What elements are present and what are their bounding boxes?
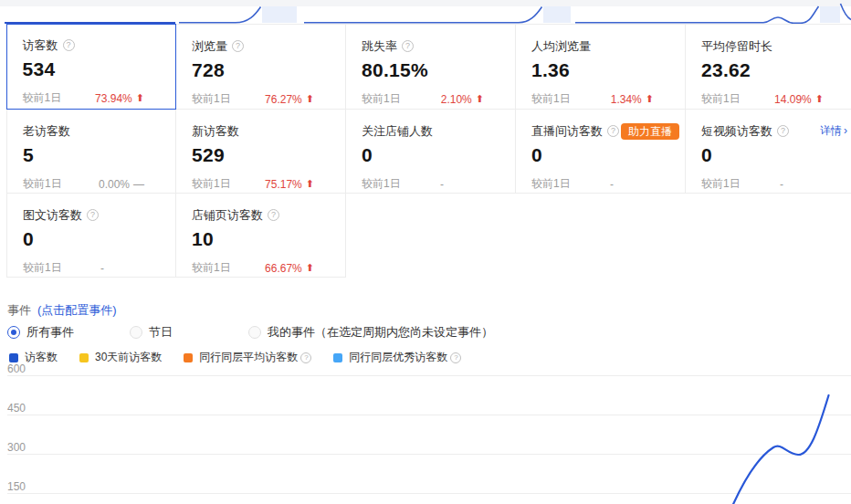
metric-card-new-visitors[interactable]: 新访客数 529 较前1日 75.17% ⬆ [176, 110, 346, 194]
ytick-150: 150 [7, 480, 26, 493]
metric-card-shop-page-visitors[interactable]: 店铺页访客数 ? 10 较前1日 66.67% ⬆ [176, 194, 346, 278]
ytick-600: 600 [7, 363, 26, 375]
info-icon[interactable]: ? [777, 125, 789, 137]
metric-card-returning-visitors[interactable]: 老访客数 5 较前1日 0.00% — [6, 110, 176, 194]
events-label: 事件 [7, 302, 31, 319]
metric-value: 0 [23, 228, 168, 250]
metric-title-row: 平均停留时长 [701, 39, 847, 53]
info-icon[interactable]: ? [268, 209, 279, 221]
ytick-300: 300 [7, 441, 26, 454]
metric-compare-row: 较前1日 2.10% ⬆ [362, 91, 508, 107]
metric-card-shop-followers[interactable]: 关注店铺人数 0 较前1日 - [346, 110, 516, 194]
radio-selected-icon [7, 326, 20, 339]
radio-label: 节日 [149, 324, 173, 341]
metric-value: 0 [531, 144, 678, 166]
compare-label: 较前1日 [362, 176, 401, 192]
metric-title: 短视频访客数 [701, 123, 772, 140]
info-icon[interactable]: ? [300, 352, 311, 363]
events-section: 事件 (点击配置事件) 所有事件 节日 我的事件（在选定周期内您尚未设定事件） [7, 302, 555, 341]
trend-chart-svg: 600 450 300 150 [0, 363, 851, 504]
legend-swatch-orange [184, 353, 193, 362]
compare-label: 较前1日 [23, 90, 62, 106]
metric-card-avg-pageviews[interactable]: 人均浏览量 1.36 较前1日 1.34% ⬆ [516, 24, 686, 110]
radio-holidays[interactable]: 节日 [130, 324, 173, 341]
change-value: 0.00% — [99, 178, 144, 191]
info-icon[interactable]: ? [402, 40, 414, 52]
change-value: - [610, 178, 614, 191]
change-value: 73.94% ⬆ [95, 92, 144, 105]
metric-compare-row: 较前1日 14.09% ⬆ [701, 91, 847, 107]
store-analytics-dashboard: 访客数 ? 534 较前1日 73.94% ⬆ 浏览量 ? 728 较前1日 [0, 0, 851, 504]
metric-compare-row: 较前1日 75.17% ⬆ [192, 176, 338, 192]
metric-compare-row: 较前1日 76.27% ⬆ [192, 91, 338, 107]
up-arrow-icon: ⬆ [476, 93, 484, 105]
change-value: 76.27% ⬆ [265, 93, 314, 106]
change-value: - [100, 262, 104, 275]
metric-value: 5 [23, 144, 168, 166]
up-arrow-icon: ⬆ [646, 93, 654, 105]
legend-swatch-blue [9, 353, 18, 362]
compare-label: 较前1日 [192, 91, 231, 107]
metric-value: 1.36 [531, 59, 678, 81]
metric-value: 23.62 [701, 59, 847, 81]
visitors-trend-chart[interactable]: 600 450 300 150 [0, 363, 851, 504]
legend-swatch-yellow [79, 353, 89, 362]
metric-compare-row: 较前1日 66.67% ⬆ [192, 260, 338, 276]
radio-my-events[interactable]: 我的事件（在选定周期内您尚未设定事件） [248, 324, 493, 341]
metric-title: 跳失率 [362, 38, 397, 55]
info-icon[interactable]: ? [63, 39, 75, 51]
metric-card-livestream-visitors[interactable]: 直播间访客数 ? 助力直播 0 较前1日 - [516, 110, 686, 194]
change-value: 2.10% ⬆ [441, 93, 484, 106]
metric-value: 10 [192, 228, 338, 250]
radio-unselected-icon [248, 326, 261, 339]
metric-title-row: 关注店铺人数 [362, 124, 508, 138]
change-value: 1.34% ⬆ [611, 93, 654, 106]
radio-all-events[interactable]: 所有事件 [7, 324, 74, 341]
metric-card-visitors[interactable]: 访客数 ? 534 较前1日 73.94% ⬆ [6, 24, 176, 110]
visitors-line-series [728, 395, 829, 504]
metric-title: 图文访客数 [23, 207, 82, 224]
events-header: 事件 (点击配置事件) [7, 302, 555, 319]
metric-title: 浏览量 [192, 38, 227, 55]
up-arrow-icon: ⬆ [815, 93, 824, 105]
metric-compare-row: 较前1日 - [362, 176, 508, 192]
configure-events-link[interactable]: (点击配置事件) [37, 302, 117, 319]
chevron-right-icon: › [844, 124, 847, 137]
metric-title: 访客数 [23, 37, 58, 54]
metric-compare-row: 较前1日 1.34% ⬆ [531, 91, 678, 107]
metric-cards-grid: 访客数 ? 534 较前1日 73.94% ⬆ 浏览量 ? 728 较前1日 [6, 24, 851, 278]
metric-title-row: 店铺页访客数 ? [192, 208, 338, 222]
metric-title-row: 短视频访客数 ? 详情› [701, 124, 847, 138]
info-icon[interactable]: ? [87, 209, 99, 221]
compare-label: 较前1日 [701, 176, 741, 192]
metric-title: 直播间访客数 [531, 123, 603, 140]
info-icon[interactable]: ? [232, 40, 244, 52]
metric-title-row: 直播间访客数 ? 助力直播 [531, 124, 678, 138]
info-icon[interactable]: ? [607, 125, 619, 137]
metric-title-row: 跳失率 ? [362, 39, 508, 53]
metric-card-image-text-visitors[interactable]: 图文访客数 ? 0 较前1日 - [6, 194, 176, 278]
up-arrow-icon: ⬆ [136, 92, 144, 104]
ytick-450: 450 [7, 402, 26, 415]
compare-label: 较前1日 [701, 91, 741, 107]
metric-compare-row: 较前1日 - [701, 176, 847, 192]
compare-label: 较前1日 [23, 176, 62, 192]
info-icon[interactable]: ? [450, 352, 461, 363]
metric-card-avg-stay-duration[interactable]: 平均停留时长 23.62 较前1日 14.09% ⬆ [686, 24, 851, 110]
sparkline-strip-svg [0, 0, 851, 24]
metric-value: 534 [23, 58, 169, 80]
metric-title-row: 老访客数 [23, 124, 168, 138]
metric-value: 0 [701, 144, 847, 166]
change-value: 14.09% ⬆ [774, 93, 824, 106]
metric-value: 0 [362, 144, 508, 166]
gridlines [7, 376, 851, 494]
metric-card-pageviews[interactable]: 浏览量 ? 728 较前1日 76.27% ⬆ [176, 24, 346, 110]
metric-compare-row: 较前1日 - [23, 260, 168, 276]
details-link[interactable]: 详情› [820, 123, 847, 139]
boost-livestream-badge[interactable]: 助力直播 [621, 123, 679, 140]
up-arrow-icon: ⬆ [306, 178, 314, 190]
radio-label: 我的事件（在选定周期内您尚未设定事件） [268, 324, 493, 341]
metric-card-bounce-rate[interactable]: 跳失率 ? 80.15% 较前1日 2.10% ⬆ [346, 24, 516, 110]
metric-card-short-video-visitors[interactable]: 短视频访客数 ? 详情› 0 较前1日 - [686, 110, 851, 194]
metric-title: 店铺页访客数 [192, 207, 263, 224]
